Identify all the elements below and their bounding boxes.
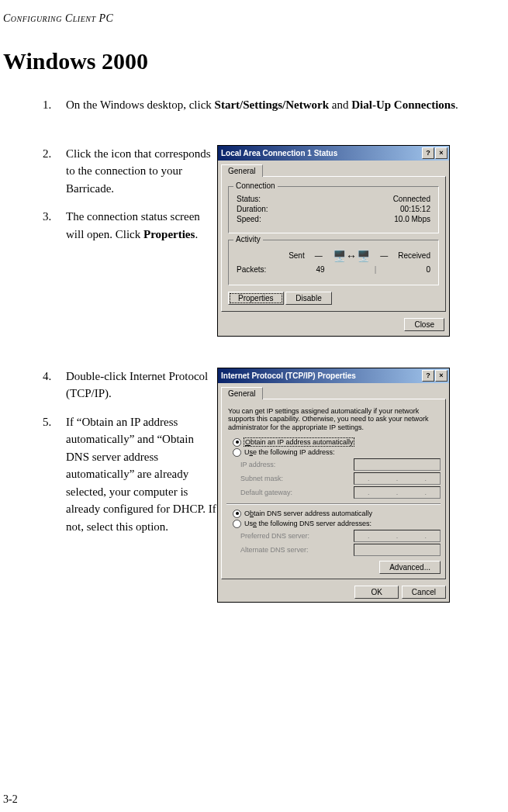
running-header: Configuring Client PC	[3, 12, 492, 25]
packets-received: 0	[426, 265, 430, 274]
text: .	[195, 228, 198, 240]
ip-address-field	[354, 458, 441, 471]
tcpip-properties-dialog: Internet Protocol (TCP/IP) Properties ? …	[217, 368, 450, 603]
text: btain an IP address automatically	[251, 438, 353, 446]
speed-value: 10.0 Mbps	[394, 215, 430, 223]
step-number: 2.	[43, 145, 66, 198]
speed-label: Speed:	[237, 215, 261, 223]
group-activity: Activity Sent — 🖥️↔🖥️ — Received Packets…	[228, 240, 439, 285]
close-icon[interactable]: ×	[435, 370, 448, 382]
packets-sent: 49	[316, 265, 324, 274]
group-label: Connection	[233, 181, 278, 190]
bold-text: Properties	[143, 228, 195, 240]
step-text: Click the icon that corresponds to the c…	[66, 145, 217, 198]
step-number: 4.	[43, 368, 66, 403]
status-label: Status:	[237, 195, 261, 203]
sent-label: Sent	[289, 251, 305, 260]
duration-label: Duration:	[237, 205, 268, 213]
preferred-dns-field: ...	[354, 530, 441, 542]
disable-button[interactable]: Disable	[285, 292, 331, 305]
ok-button[interactable]: OK	[354, 586, 398, 599]
radio-obtain-ip-auto[interactable]: Obtain an IP address automatically	[233, 438, 441, 447]
group-label: Activity	[233, 235, 263, 244]
radio-label: Obtain DNS server address automatically	[244, 510, 372, 517]
duration-value: 00:15:12	[400, 205, 430, 213]
step-4: 4. Double-click Internet Protocol (TCP/I…	[43, 368, 217, 403]
page-number: 3-2	[3, 793, 18, 806]
network-icon: 🖥️↔🖥️	[333, 250, 370, 262]
dialog-title: Internet Protocol (TCP/IP) Properties	[221, 371, 356, 380]
radio-label: Use the following IP address:	[244, 448, 334, 456]
alternate-dns-label: Alternate DNS server:	[240, 546, 309, 554]
page-title: Windows 2000	[3, 48, 492, 74]
step-number: 1.	[43, 96, 66, 114]
step-text: If “Obtain an IP address automatically” …	[66, 413, 217, 536]
radio-label: Obtain an IP address automatically	[244, 438, 354, 446]
titlebar[interactable]: Local Area Connection 1 Status ? ×	[218, 146, 449, 161]
bold-text: Dial-Up Connections	[351, 98, 455, 111]
gateway-field: ...	[354, 486, 441, 499]
properties-button[interactable]: Properties	[228, 292, 284, 305]
step-text: The connection status screen will open. …	[66, 208, 217, 243]
radio-icon	[233, 520, 241, 528]
tab-general[interactable]: General	[221, 387, 263, 399]
step-1: 1. On the Windows desktop, click Start/S…	[43, 96, 492, 114]
advanced-button[interactable]: Advanced...	[379, 561, 441, 574]
titlebar[interactable]: Internet Protocol (TCP/IP) Properties ? …	[218, 368, 449, 383]
help-icon[interactable]: ?	[422, 147, 434, 159]
step-2: 2. Click the icon that corresponds to th…	[43, 145, 217, 198]
packets-label: Packets:	[237, 265, 266, 274]
radio-icon	[233, 438, 241, 447]
alternate-dns-field	[354, 544, 441, 556]
close-icon[interactable]: ×	[435, 147, 448, 159]
radio-label: Use the following DNS server addresses:	[244, 520, 371, 527]
step-3: 3. The connection status screen will ope…	[43, 208, 217, 243]
radio-icon	[233, 510, 241, 518]
step-text: Double-click Internet Protocol (TCP/IP).	[66, 368, 217, 403]
close-button[interactable]: Close	[404, 318, 444, 331]
text: .	[455, 98, 458, 111]
step-text: On the Windows desktop, click Start/Sett…	[66, 96, 492, 114]
step-5: 5. If “Obtain an IP address automaticall…	[43, 413, 217, 536]
cancel-button[interactable]: Cancel	[402, 586, 446, 599]
subnet-mask-label: Subnet mask:	[240, 475, 283, 482]
connection-status-dialog: Local Area Connection 1 Status ? × Gener…	[217, 145, 450, 337]
gateway-label: Default gateway:	[240, 489, 292, 496]
bold-text: Start/Settings/Network	[215, 98, 329, 111]
radio-icon	[233, 448, 241, 457]
radio-use-dns[interactable]: Use the following DNS server addresses:	[233, 520, 441, 528]
radio-use-ip[interactable]: Use the following IP address:	[233, 448, 441, 457]
ip-address-label: IP address:	[240, 461, 275, 468]
text: On the Windows desktop, click	[66, 98, 215, 111]
received-label: Received	[398, 251, 430, 260]
tab-general[interactable]: General	[221, 164, 263, 177]
radio-obtain-dns-auto[interactable]: Obtain DNS server address automatically	[233, 510, 441, 518]
preferred-dns-label: Preferred DNS server:	[240, 532, 309, 540]
description-text: You can get IP settings assigned automat…	[228, 407, 439, 432]
group-connection: Connection Status:Connected Duration:00:…	[228, 186, 439, 233]
step-number: 3.	[43, 208, 66, 243]
help-icon[interactable]: ?	[422, 370, 434, 382]
step-number: 5.	[43, 413, 66, 536]
status-value: Connected	[393, 195, 430, 203]
dialog-title: Local Area Connection 1 Status	[221, 149, 337, 157]
subnet-mask-field: ...	[354, 472, 441, 485]
text: and	[329, 98, 351, 111]
